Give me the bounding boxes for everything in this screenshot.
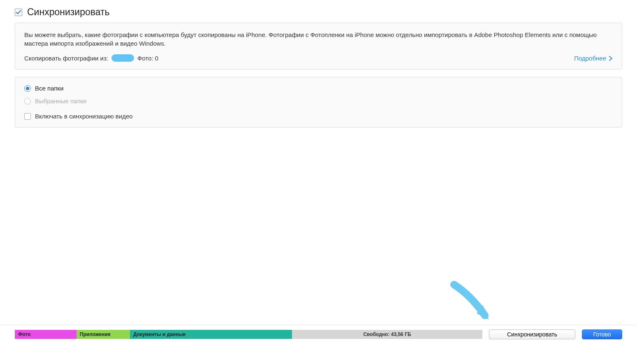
annotation-arrow-icon: [448, 278, 501, 332]
check-icon: [16, 9, 21, 15]
sync-button[interactable]: Синхронизировать: [489, 329, 575, 339]
radio-icon: [24, 98, 31, 104]
radio-selected-folders: Выбранные папки: [24, 97, 613, 104]
include-video-row[interactable]: Включать в синхронизацию видео: [24, 113, 613, 120]
photo-count: Фото: 0: [137, 55, 158, 62]
chevron-right-icon: [609, 56, 613, 61]
capacity-photo[interactable]: Фото: [15, 330, 76, 339]
radio-all-folders-label: Все папки: [35, 85, 64, 92]
capacity-docs[interactable]: Документы и данные: [130, 330, 292, 339]
capacity-free: Свободно: 43,56 ГБ: [292, 330, 482, 339]
learn-more-link[interactable]: Подробнее: [574, 55, 613, 62]
done-button[interactable]: Готово: [582, 329, 622, 339]
sync-title: Синхронизировать: [27, 7, 110, 18]
capacity-bar: Фото Приложения Документы и данные Свобо…: [15, 330, 482, 339]
include-video-checkbox[interactable]: [24, 113, 31, 120]
info-panel: Вы можете выбрать, какие фотографии с ко…: [15, 23, 622, 70]
radio-icon: [24, 85, 31, 92]
footer: Фото Приложения Документы и данные Свобо…: [0, 325, 637, 339]
source-prefix: Скопировать фотографии из:: [24, 55, 108, 62]
sync-header: Синхронизировать: [0, 0, 637, 23]
sync-checkbox[interactable]: [15, 9, 22, 16]
radio-all-folders[interactable]: Все папки: [24, 85, 613, 92]
radio-selected-folders-label: Выбранные папки: [35, 97, 86, 104]
include-video-label: Включать в синхронизацию видео: [35, 113, 133, 120]
source-row: Скопировать фотографии из: Фото: 0: [24, 54, 613, 62]
capacity-apps[interactable]: Приложения: [76, 330, 130, 339]
source-dropdown[interactable]: [111, 54, 134, 62]
options-panel: Все папки Выбранные папки Включать в син…: [15, 77, 622, 128]
learn-more-label: Подробнее: [574, 55, 606, 62]
info-description: Вы можете выбрать, какие фотографии с ко…: [24, 30, 613, 48]
